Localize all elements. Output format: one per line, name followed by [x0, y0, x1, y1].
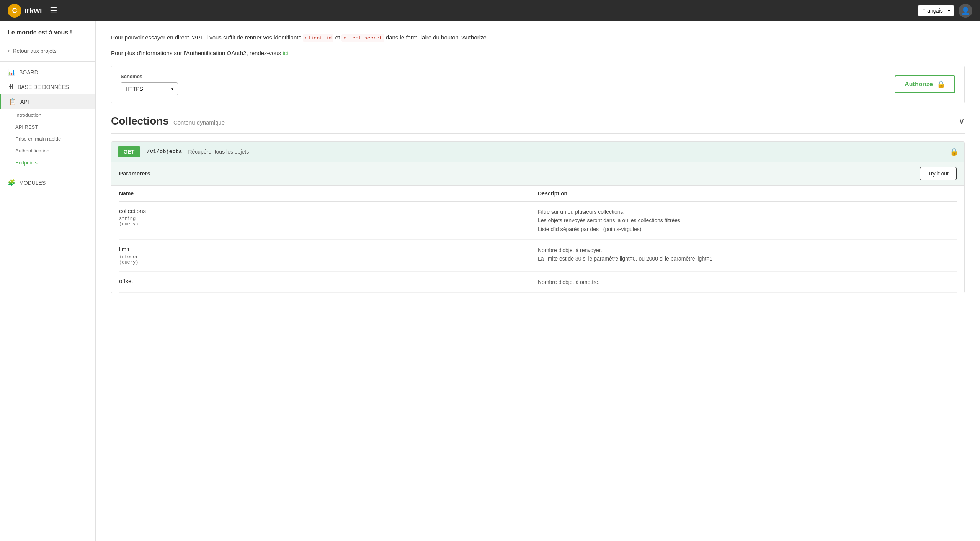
language-select[interactable]: Français English Español: [918, 5, 954, 16]
language-selector-wrapper: Français English Español: [918, 5, 954, 16]
main-content: Pour pouvoir essayer en direct l'API, il…: [96, 21, 980, 541]
param-name-collections: collections string(query): [119, 208, 538, 227]
method-badge: GET: [118, 146, 140, 157]
collections-title: Collections: [111, 115, 169, 127]
sidebar-divider-2: [0, 172, 95, 172]
intro-paragraph-1: Pour pouvoir essayer en direct l'API, il…: [111, 33, 965, 43]
sidebar-subitem-introduction[interactable]: Introduction: [0, 109, 95, 121]
collections-subtitle: Contenu dynamique: [173, 119, 225, 126]
section-title-group: Collections Contenu dynamique: [111, 115, 225, 127]
endpoint-header[interactable]: GET /v1/objects Récupérer tous les objet…: [111, 142, 964, 162]
schemes-box: Schemes HTTPS HTTP Authorize 🔒: [111, 66, 965, 103]
param-desc-limit: Nombre d'objet à renvoyer. La limite est…: [538, 246, 957, 263]
col-name-header: Name: [119, 190, 538, 197]
sidebar-subitem-endpoints[interactable]: Endpoints: [0, 157, 95, 169]
lock-icon: 🔒: [937, 80, 945, 89]
try-out-button[interactable]: Try it out: [920, 167, 957, 180]
col-description-header: Description: [538, 190, 957, 197]
navbar: C irkwi ☰ Français English Español 👤: [0, 0, 980, 21]
schemes-left: Schemes HTTPS HTTP: [121, 74, 178, 95]
code-client-secret: client_secret: [341, 34, 384, 42]
param-type-label: string(query): [119, 216, 538, 227]
sidebar-item-label-database: BASE DE DONNÉES: [18, 84, 69, 90]
param-type-label: integer(query): [119, 254, 538, 265]
sidebar: Le monde est à vous ! ‹ Retour aux proje…: [0, 21, 96, 541]
database-icon: 🗄: [8, 84, 14, 90]
sidebar-item-api[interactable]: 📋 API: [0, 94, 95, 109]
param-name-limit: limit integer(query): [119, 246, 538, 265]
main-layout: Le monde est à vous ! ‹ Retour aux proje…: [0, 21, 980, 541]
intro-text-3: dans le formulaire du bouton "Authorize"…: [384, 34, 492, 41]
table-row: offset Nombre d'objet à omettre.: [119, 272, 957, 293]
table-header-row: Name Description: [119, 186, 957, 202]
chevron-down-icon[interactable]: ∨: [959, 116, 965, 126]
logo-icon: C: [8, 4, 21, 18]
sidebar-back-button[interactable]: ‹ Retour aux projets: [0, 44, 95, 58]
schemes-label: Schemes: [121, 74, 178, 79]
sidebar-divider-1: [0, 61, 95, 62]
collections-header: Collections Contenu dynamique ∨: [111, 115, 965, 134]
parameters-table: Name Description collections string(quer…: [111, 186, 964, 293]
sidebar-item-label-api: API: [20, 99, 29, 105]
endpoint-path: /v1/objects: [147, 149, 182, 155]
hamburger-button[interactable]: ☰: [50, 6, 57, 16]
sidebar-subnav: Introduction API REST Prise en main rapi…: [0, 109, 95, 169]
modules-icon: 🧩: [8, 179, 15, 186]
param-desc-offset: Nombre d'objet à omettre.: [538, 278, 957, 286]
back-arrow-icon: ‹: [8, 48, 10, 54]
parameters-header: Parameters Try it out: [111, 162, 964, 186]
api-icon: 📋: [9, 98, 16, 105]
sidebar-item-label-board: BOARD: [19, 69, 38, 75]
authorize-button[interactable]: Authorize 🔒: [895, 75, 955, 93]
parameters-title: Parameters: [119, 170, 150, 177]
board-icon: 📊: [8, 69, 15, 76]
param-name-offset: offset: [119, 278, 538, 285]
schemes-select-wrapper: HTTPS HTTP: [121, 82, 178, 95]
sidebar-item-label-modules: MODULES: [19, 180, 46, 186]
endpoint-lock-icon: 🔒: [950, 148, 958, 156]
intro-text-5: .: [288, 50, 290, 56]
intro-text-2: et: [333, 34, 341, 41]
sidebar-back-label: Retour aux projets: [13, 48, 56, 54]
code-client-id: client_id: [303, 34, 333, 42]
param-name-label: collections: [119, 208, 146, 214]
navbar-left: C irkwi ☰: [8, 4, 57, 18]
sidebar-item-board[interactable]: 📊 BOARD: [0, 65, 95, 80]
table-row: limit integer(query) Nombre d'objet à re…: [119, 240, 957, 272]
oauth2-link[interactable]: ici: [283, 50, 288, 56]
user-avatar[interactable]: 👤: [959, 4, 972, 18]
sidebar-brand: Le monde est à vous !: [0, 29, 95, 44]
intro-paragraph-2: Pour plus d'informations sur l'Authentif…: [111, 49, 965, 58]
intro-text-1: Pour pouvoir essayer en direct l'API, il…: [111, 34, 303, 41]
navbar-right: Français English Español 👤: [918, 4, 972, 18]
param-name-label: offset: [119, 278, 133, 284]
logo: C irkwi: [8, 4, 42, 18]
sidebar-item-database[interactable]: 🗄 BASE DE DONNÉES: [0, 80, 95, 94]
parameters-section: Parameters Try it out Name Description c…: [111, 162, 964, 293]
sidebar-subitem-api-rest[interactable]: API REST: [0, 121, 95, 133]
sidebar-subitem-prise-en-main[interactable]: Prise en main rapide: [0, 133, 95, 145]
sidebar-subitem-authentification[interactable]: Authentification: [0, 145, 95, 157]
table-row: collections string(query) Filtre sur un …: [119, 202, 957, 240]
param-name-label: limit: [119, 246, 129, 252]
logo-text: irkwi: [24, 7, 42, 15]
param-desc-collections: Filtre sur un ou plusieurs collections. …: [538, 208, 957, 233]
schemes-select[interactable]: HTTPS HTTP: [121, 82, 178, 95]
sidebar-item-modules[interactable]: 🧩 MODULES: [0, 175, 95, 190]
endpoint-description: Récupérer tous les objets: [188, 149, 249, 155]
authorize-label: Authorize: [905, 81, 933, 88]
endpoint-row: GET /v1/objects Récupérer tous les objet…: [111, 141, 965, 293]
intro-text-4: Pour plus d'informations sur l'Authentif…: [111, 50, 283, 56]
